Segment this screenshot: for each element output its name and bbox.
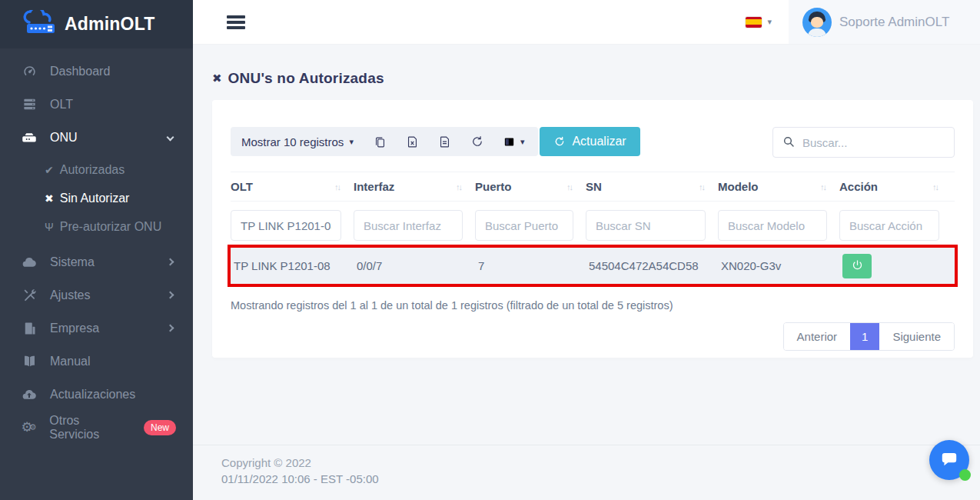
page-title-text: ONU's no Autorizadas (228, 70, 384, 87)
cell-interfaz: 0/0/7 (357, 259, 478, 272)
sidebar-item-sin-autorizar[interactable]: ✖ Sin Autorizar (0, 184, 193, 212)
filter-sn-input[interactable] (586, 210, 706, 241)
spain-flag-icon (746, 17, 762, 28)
footer: Copyright © 2022 01/11/2022 10:06 - EST … (193, 445, 980, 500)
column-header-interfaz[interactable]: Interfaz↑↓ (354, 180, 475, 193)
caret-down-icon: ▾ (520, 137, 525, 147)
chevron-right-icon (167, 258, 174, 266)
column-visibility-button[interactable]: ▾ (493, 135, 534, 148)
chevron-right-icon (167, 325, 174, 332)
sort-icon[interactable]: ↑↓ (334, 182, 340, 192)
sidebar-item-label: ONU (50, 131, 155, 145)
cell-modelo: XN020-G3v (721, 259, 842, 272)
app-window: AdminOLT Dashboard OLT ONU (0, 0, 980, 500)
sort-icon[interactable]: ↑↓ (456, 182, 461, 192)
filter-accion-input[interactable] (839, 210, 939, 241)
sidebar-item-sistema[interactable]: Sistema (0, 245, 193, 278)
sort-icon[interactable]: ↑↓ (932, 182, 938, 192)
check-icon: ✔ (45, 164, 54, 176)
sidebar: AdminOLT Dashboard OLT ONU (0, 0, 193, 500)
sidebar-item-onu[interactable]: ONU (0, 121, 193, 154)
filter-modelo-input[interactable] (718, 210, 827, 241)
user-name: Soporte AdminOLT (839, 15, 949, 30)
sidebar-item-empresa[interactable]: Empresa (0, 312, 193, 345)
search-box (772, 127, 955, 158)
sort-icon[interactable]: ↑↓ (699, 182, 704, 192)
search-input[interactable] (802, 136, 955, 149)
excel-export-button[interactable] (397, 127, 429, 156)
column-header-modelo[interactable]: Modelo↑↓ (718, 180, 839, 193)
gauge-icon (21, 64, 38, 78)
sidebar-item-label: Ajustes (50, 288, 155, 302)
page-title: ✖ ONU's no Autorizadas (212, 70, 973, 87)
new-badge: New (144, 420, 176, 435)
onu-submenu: ✔ Autorizadas ✖ Sin Autorizar Ψ Pre-auto… (0, 154, 193, 245)
building-icon (21, 322, 38, 335)
chevron-down-icon (167, 134, 174, 142)
main-area: ▾ Soporte AdminOLT ✖ ONU's no Autorizada… (193, 0, 980, 500)
cell-sn: 54504C472A54CD58 (589, 259, 721, 272)
brand-title: AdminOLT (65, 14, 154, 35)
column-header-olt[interactable]: OLT↑↓ (231, 180, 354, 193)
online-status-dot (959, 469, 971, 481)
datatable-buttons: Mostrar 10 registros ▾ (231, 127, 538, 156)
footer-datetime: 01/11/2022 10:06 - EST -05:00 (221, 471, 980, 487)
chat-widget-button[interactable] (929, 440, 969, 480)
topbar: ▾ Soporte AdminOLT (193, 0, 980, 45)
sidebar-item-pre-autorizar[interactable]: Ψ Pre-autorizar ONU (0, 212, 193, 241)
sidebar-item-autorizadas[interactable]: ✔ Autorizadas (0, 155, 193, 184)
column-header-accion[interactable]: Acción↑↓ (839, 180, 952, 193)
user-menu[interactable]: Soporte AdminOLT (789, 0, 980, 44)
sidebar-item-label: Sistema (50, 255, 155, 269)
sidebar-item-label: Pre-autorizar ONU (60, 220, 161, 234)
filter-puerto-input[interactable] (475, 210, 573, 241)
table-row[interactable]: TP LINK P1201-08 0/0/7 7 54504C472A54CD5… (231, 248, 955, 284)
copyright-text: Copyright © 2022 (221, 455, 980, 471)
copy-button[interactable] (364, 127, 397, 156)
hamburger-menu-icon[interactable] (227, 15, 245, 29)
avatar (802, 8, 832, 37)
page-length-label: Mostrar 10 registros (241, 135, 344, 148)
page-length-select[interactable]: Mostrar 10 registros ▾ (241, 135, 364, 148)
book-icon (21, 354, 38, 368)
pagination-page-1-button[interactable]: 1 (850, 323, 879, 350)
sidebar-item-ajustes[interactable]: Ajustes (0, 278, 193, 312)
cell-puerto: 7 (478, 259, 589, 272)
table-header-row: OLT↑↓ Interfaz↑↓ Puerto↑↓ SN↑↓ Modelo↑↓ … (231, 172, 955, 202)
actualizar-button[interactable]: Actualizar (540, 127, 639, 156)
reload-button[interactable] (461, 127, 493, 156)
sidebar-item-label: Actualizaciones (50, 388, 176, 402)
sidebar-item-otros-servicios[interactable]: ⚙⚙ Otros Servicios New (0, 411, 193, 444)
brand[interactable]: AdminOLT (0, 0, 193, 48)
language-selector[interactable]: ▾ (746, 17, 772, 28)
server-icon (21, 97, 38, 112)
column-header-sn[interactable]: SN↑↓ (586, 180, 718, 193)
pagination-next-button[interactable]: Siguiente (879, 323, 954, 350)
annotation-highlight-box: TP LINK P1201-08 0/0/7 7 54504C472A54CD5… (228, 245, 958, 287)
pagination: Anterior 1 Siguiente (783, 322, 955, 351)
gears-icon: ⚙⚙ (21, 421, 37, 434)
filter-interfaz-input[interactable] (354, 210, 463, 241)
sidebar-item-manual[interactable]: Manual (0, 345, 193, 378)
pagination-prev-button[interactable]: Anterior (784, 323, 851, 350)
router-icon (21, 130, 38, 145)
tools-icon (21, 288, 38, 302)
authorize-power-button[interactable] (842, 254, 872, 278)
sidebar-item-label: Autorizadas (60, 163, 125, 177)
sidebar-item-olt[interactable]: OLT (0, 88, 193, 121)
chevron-right-icon (167, 292, 174, 299)
table-info: Mostrando registros del 1 al 1 de un tot… (231, 299, 955, 312)
plug-icon: Ψ (45, 221, 54, 233)
sort-icon[interactable]: ↑↓ (820, 182, 826, 192)
chat-bubble-icon (939, 449, 959, 472)
sort-icon[interactable]: ↑↓ (566, 182, 572, 192)
search-icon (782, 135, 795, 150)
sidebar-item-label: Otros Servicios (49, 414, 130, 442)
column-header-puerto[interactable]: Puerto↑↓ (475, 180, 586, 193)
caret-down-icon: ▾ (767, 17, 772, 27)
filter-olt-input[interactable] (231, 210, 341, 241)
sidebar-item-dashboard[interactable]: Dashboard (0, 55, 193, 88)
sidebar-item-actualizaciones[interactable]: Actualizaciones (0, 378, 193, 411)
pdf-export-button[interactable] (429, 127, 461, 156)
cloud-upload-icon (21, 387, 38, 402)
